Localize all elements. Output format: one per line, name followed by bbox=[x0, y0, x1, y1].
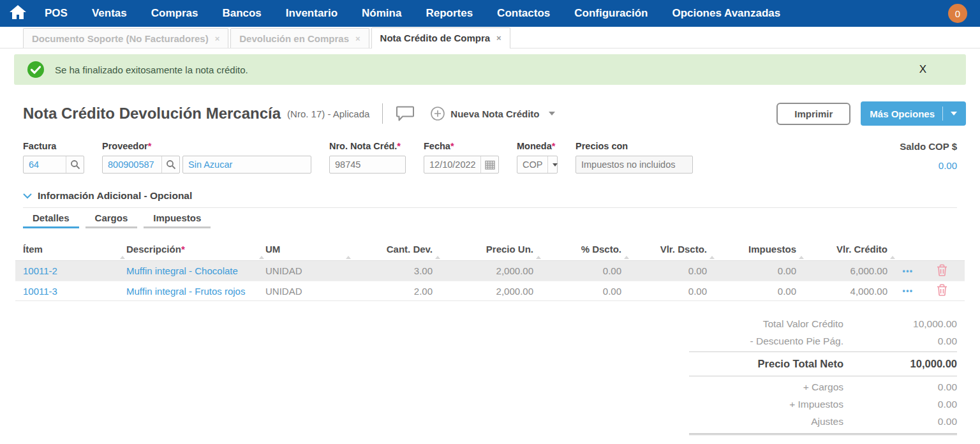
total-value: 10,000.00 bbox=[843, 318, 957, 330]
total-label: Precio Total Neto bbox=[689, 358, 843, 370]
nav-item-reportes[interactable]: Reportes bbox=[426, 7, 473, 20]
new-credit-note-button[interactable]: Nueva Nota Crédito bbox=[430, 106, 554, 121]
item-pct-dscto: 0.00 bbox=[542, 286, 630, 297]
tab-close-icon[interactable]: × bbox=[215, 34, 220, 43]
alert-message: Se ha finalizado exitosamente la nota cr… bbox=[55, 64, 248, 75]
credit-note-form: Factura Proveedor* Nro. Nota Créd.* bbox=[23, 141, 957, 174]
total-value: 0.00 bbox=[843, 381, 957, 393]
nav-item-ventas[interactable]: Ventas bbox=[92, 7, 127, 20]
success-alert: Se ha finalizado exitosamente la nota cr… bbox=[14, 54, 966, 85]
total-value: 10,000.00 bbox=[843, 358, 957, 370]
subtab-impuestos[interactable]: Impuestos bbox=[144, 208, 211, 228]
tab-close-icon[interactable]: × bbox=[496, 33, 501, 43]
col-impuestos[interactable]: Impuestos bbox=[716, 244, 805, 255]
home-button[interactable] bbox=[9, 4, 27, 22]
more-options-button[interactable]: Más Opciones bbox=[861, 101, 966, 126]
field-nro-nota: Nro. Nota Créd.* bbox=[329, 141, 406, 174]
required-marker: * bbox=[450, 141, 454, 151]
sort-icon bbox=[120, 256, 125, 259]
divider bbox=[382, 103, 383, 124]
item-vlr-credito: 4,000.00 bbox=[805, 286, 896, 297]
item-description-link[interactable]: Muffin integral - Frutos rojos bbox=[126, 286, 265, 297]
sort-icon bbox=[624, 256, 629, 259]
nav-item-contactos[interactable]: Contactos bbox=[497, 7, 550, 20]
factura-input[interactable] bbox=[24, 159, 66, 170]
nav-item-opciones-avanzadas[interactable]: Opciones Avanzadas bbox=[672, 7, 780, 20]
item-description-link[interactable]: Muffin integral - Chocolate bbox=[126, 265, 265, 276]
detail-subtabs: Detalles Cargos Impuestos bbox=[23, 208, 957, 228]
col-item[interactable]: Ítem bbox=[15, 244, 126, 255]
col-pct-dscto[interactable]: % Dscto. bbox=[542, 244, 630, 255]
tab-devolucion-compras[interactable]: Devolución en Compras × bbox=[230, 28, 369, 48]
item-code-link[interactable]: 10011-2 bbox=[15, 265, 126, 276]
fecha-input[interactable] bbox=[424, 159, 480, 170]
home-icon bbox=[9, 4, 27, 22]
item-vlr-dscto: 0.00 bbox=[630, 265, 716, 276]
chevron-down-icon[interactable] bbox=[547, 156, 561, 173]
sort-icon bbox=[259, 256, 264, 259]
saldo-value[interactable]: 0.00 bbox=[900, 160, 957, 171]
field-precios-con: Precios con bbox=[575, 141, 693, 174]
comment-icon[interactable] bbox=[396, 105, 415, 122]
subtab-detalles[interactable]: Detalles bbox=[23, 208, 79, 228]
item-vlr-credito: 6,000.00 bbox=[805, 265, 896, 276]
additional-info-toggle[interactable]: Información Adicional - Opcional bbox=[23, 190, 957, 202]
search-icon[interactable] bbox=[66, 156, 84, 173]
title-row: Nota Crédito Devolución Mercancía (Nro. … bbox=[23, 101, 966, 126]
divider bbox=[15, 300, 965, 301]
moneda-value: COP bbox=[517, 159, 547, 170]
divider bbox=[689, 352, 957, 352]
proveedor-label: Proveedor* bbox=[102, 141, 311, 151]
total-row: - Descuento Pie Pág. 0.00 bbox=[689, 332, 957, 350]
col-precio-un[interactable]: Precio Un. bbox=[442, 244, 542, 255]
calendar-icon[interactable] bbox=[480, 156, 498, 173]
col-vlr-credito[interactable]: Vlr. Crédito bbox=[805, 244, 896, 255]
row-options-icon[interactable]: ••• bbox=[896, 286, 928, 295]
total-label: + Impuestos bbox=[689, 399, 843, 410]
col-descripcion[interactable]: Descripción* bbox=[126, 244, 265, 255]
required-marker: * bbox=[552, 141, 556, 151]
field-proveedor: Proveedor* bbox=[102, 141, 311, 174]
total-label: - Descuento Pie Pág. bbox=[689, 336, 843, 347]
sort-icon bbox=[346, 256, 351, 259]
nav-item-inventario[interactable]: Inventario bbox=[286, 7, 338, 20]
total-value: 0.00 bbox=[843, 336, 957, 347]
col-cant-dev[interactable]: Cant. Dev. bbox=[352, 244, 442, 255]
total-row-nota-credito: Total Nota Crédito 10,000.00 bbox=[689, 438, 957, 444]
nav-item-pos[interactable]: POS bbox=[45, 7, 68, 20]
row-options-icon[interactable]: ••• bbox=[896, 267, 928, 276]
subtab-cargos[interactable]: Cargos bbox=[85, 208, 138, 228]
trash-icon[interactable] bbox=[928, 264, 965, 278]
proveedor-name-input[interactable] bbox=[183, 159, 311, 170]
proveedor-id-input[interactable] bbox=[103, 159, 161, 170]
total-value: 0.00 bbox=[843, 416, 957, 427]
sort-icon bbox=[890, 256, 895, 259]
check-circle-icon bbox=[27, 61, 45, 78]
col-um[interactable]: UM bbox=[265, 244, 352, 255]
chevron-down-icon[interactable] bbox=[549, 112, 555, 115]
item-code-link[interactable]: 10011-3 bbox=[15, 286, 126, 297]
total-label: Total Valor Crédito bbox=[689, 318, 843, 330]
nav-item-nomina[interactable]: Nómina bbox=[362, 7, 401, 20]
print-button[interactable]: Imprimir bbox=[776, 103, 850, 125]
nav-item-compras[interactable]: Compras bbox=[151, 7, 198, 20]
moneda-select[interactable]: COP bbox=[517, 156, 558, 174]
nro-nota-input[interactable] bbox=[330, 159, 405, 170]
tab-documento-soporte[interactable]: Documento Soporte (No Facturadores) × bbox=[23, 28, 228, 48]
trash-icon[interactable] bbox=[928, 284, 965, 298]
required-marker: * bbox=[397, 141, 401, 151]
total-row: Ajustes 0.00 bbox=[689, 413, 957, 430]
notification-badge[interactable]: 0 bbox=[948, 4, 967, 23]
item-cant: 2.00 bbox=[352, 286, 442, 297]
item-vlr-dscto: 0.00 bbox=[630, 286, 716, 297]
alert-close-icon[interactable]: X bbox=[919, 63, 926, 76]
divider bbox=[689, 376, 957, 376]
chevron-down-icon[interactable] bbox=[951, 112, 957, 115]
additional-info-title: Información Adicional - Opcional bbox=[38, 190, 192, 202]
nav-item-bancos[interactable]: Bancos bbox=[222, 7, 261, 20]
col-vlr-dscto[interactable]: Vlr. Dscto. bbox=[630, 244, 716, 255]
tab-close-icon[interactable]: × bbox=[355, 34, 360, 43]
search-icon[interactable] bbox=[161, 156, 179, 173]
tab-nota-credito-compra[interactable]: Nota Crédito de Compra × bbox=[371, 27, 510, 48]
nav-item-configuracion[interactable]: Configuración bbox=[574, 7, 648, 20]
